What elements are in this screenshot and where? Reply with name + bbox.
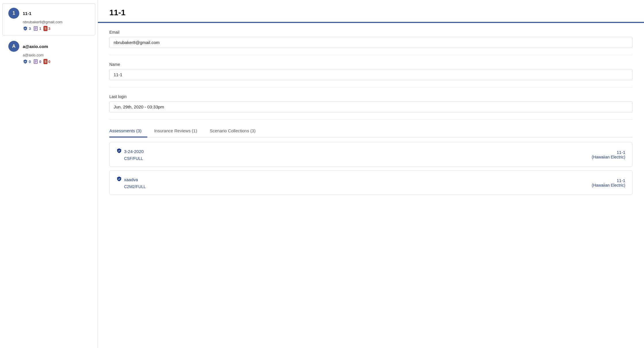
main-form: Email nbrubaker8@gmail.com Name 11-1 Las… xyxy=(98,23,644,120)
badge-shield-1: 3 xyxy=(23,26,31,31)
badge-doc-count-1: 1 xyxy=(39,26,41,31)
badge-s-count-1: 3 xyxy=(48,26,50,31)
assessment-shield-icon-1 xyxy=(117,148,122,154)
badge-shield-count-2: 0 xyxy=(29,60,31,64)
assessment-name-1: 11-1 xyxy=(592,150,625,155)
assessment-date-2: xaadva xyxy=(117,176,146,183)
shield-icon-2 xyxy=(23,59,28,64)
sidebar-item-email-1: nbrubaker8@gmail.com xyxy=(23,20,89,24)
last-login-section: Last login Jun. 29th, 2020 - 03:33pm xyxy=(109,87,632,120)
badge-shield-count-1: 3 xyxy=(29,26,31,31)
badge-doc-count-2: 0 xyxy=(39,60,41,64)
tab-insurance[interactable]: Insurance Reviews (1) xyxy=(154,125,203,137)
badge-s-1: S 3 xyxy=(43,26,50,31)
doc-icon-1 xyxy=(33,26,38,31)
email-section: Email nbrubaker8@gmail.com xyxy=(109,23,632,55)
last-login-label: Last login xyxy=(109,94,632,99)
tabs-bar: Assessments (3) Insurance Reviews (1) Sc… xyxy=(109,125,632,137)
sidebar-item-name-1: 11-1 xyxy=(23,11,31,16)
page-title: 11-1 xyxy=(109,8,632,17)
assessment-right-1: 11-1 (Hawaiian Electric) xyxy=(592,150,625,159)
email-value: nbrubaker8@gmail.com xyxy=(109,37,632,48)
tab-scenarios[interactable]: Scenario Collections (3) xyxy=(210,125,261,137)
shield-icon-1 xyxy=(23,26,28,31)
badge-shield-2: 0 xyxy=(23,59,31,64)
name-section: Name 11-1 xyxy=(109,55,632,87)
assessment-type-1: CSF/FULL xyxy=(124,156,144,161)
sidebar-item-email-2: a@axio.com xyxy=(23,53,89,57)
assessment-card-1[interactable]: 3-24-2020 CSF/FULL 11-1 (Hawaiian Electr… xyxy=(109,142,632,167)
sidebar: 1 11-1 nbrubaker8@gmail.com 3 xyxy=(0,0,98,348)
tab-assessments[interactable]: Assessments (3) xyxy=(109,125,147,137)
sidebar-item-header-1: 1 11-1 xyxy=(8,8,89,19)
assessment-date-text-2: xaadva xyxy=(124,177,138,182)
assessment-type-2: C2M2/FULL xyxy=(124,184,146,189)
assessment-left-1: 3-24-2020 CSF/FULL xyxy=(117,148,144,161)
sidebar-item-name-2: a@axio.com xyxy=(23,44,48,49)
assessments-list: 3-24-2020 CSF/FULL 11-1 (Hawaiian Electr… xyxy=(98,142,644,210)
assessment-date-text-1: 3-24-2020 xyxy=(124,149,144,154)
badge-doc-2: 0 xyxy=(33,59,41,64)
assessment-org-2: (Hawaiian Electric) xyxy=(592,183,625,188)
tabs-section: Assessments (3) Insurance Reviews (1) Sc… xyxy=(98,120,644,137)
sidebar-item-1[interactable]: 1 11-1 nbrubaker8@gmail.com 3 xyxy=(2,3,95,35)
badge-doc-1: 1 xyxy=(33,26,41,31)
sidebar-item-badges-1: 3 1 S 3 xyxy=(23,26,89,31)
badge-s-2: S 0 xyxy=(43,59,50,64)
s-icon-1: S xyxy=(43,26,47,31)
last-login-value: Jun. 29th, 2020 - 03:33pm xyxy=(109,101,632,112)
name-label: Name xyxy=(109,62,632,67)
assessment-card-2[interactable]: xaadva C2M2/FULL 11-1 (Hawaiian Electric… xyxy=(109,170,632,195)
avatar-2: A xyxy=(8,41,19,52)
s-icon-2: S xyxy=(43,59,47,64)
name-value: 11-1 xyxy=(109,69,632,80)
assessment-left-2: xaadva C2M2/FULL xyxy=(117,176,146,189)
assessment-right-2: 11-1 (Hawaiian Electric) xyxy=(592,178,625,188)
main-header: 11-1 xyxy=(98,0,644,17)
assessment-org-1: (Hawaiian Electric) xyxy=(592,155,625,159)
assessment-shield-icon-2 xyxy=(117,176,122,183)
doc-icon-2 xyxy=(33,59,38,64)
sidebar-item-badges-2: 0 0 S 0 xyxy=(23,59,89,64)
main-panel: 11-1 Email nbrubaker8@gmail.com Name 11-… xyxy=(98,0,644,348)
sidebar-item-header-2: A a@axio.com xyxy=(8,41,89,52)
email-label: Email xyxy=(109,30,632,35)
assessment-date-1: 3-24-2020 xyxy=(117,148,144,154)
assessment-name-2: 11-1 xyxy=(592,178,625,183)
sidebar-item-2[interactable]: A a@axio.com a@axio.com 0 xyxy=(2,37,95,68)
badge-s-count-2: 0 xyxy=(48,60,50,64)
avatar-1: 1 xyxy=(8,8,19,19)
